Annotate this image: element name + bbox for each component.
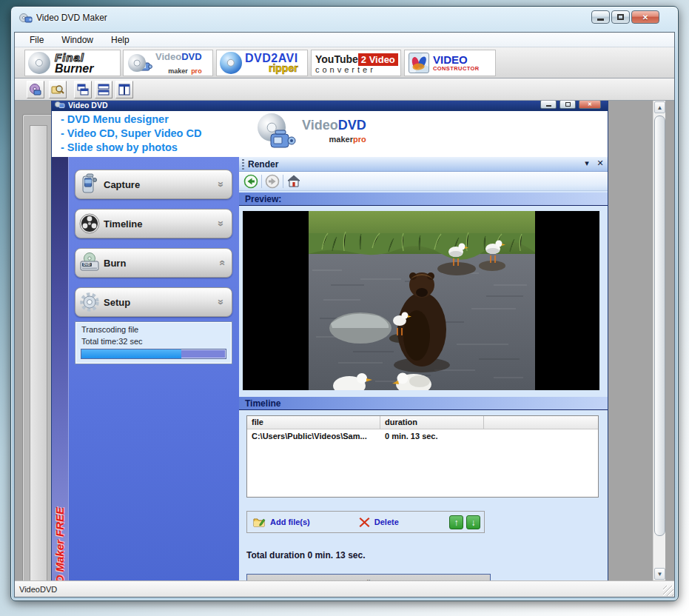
table-row[interactable]: C:\Users\Public\Videos\Sam... 0 min. 13 … bbox=[247, 429, 598, 443]
logo-pro-text: pro bbox=[353, 135, 366, 144]
render-action-button[interactable]: .. bbox=[246, 574, 491, 580]
videodvd-logo: VideoDVD makerpro bbox=[258, 113, 366, 153]
preview-section-header: Preview: bbox=[239, 192, 608, 206]
render-panel-title: Render bbox=[248, 159, 278, 170]
sidebar: Capture » Timeline » bbox=[69, 157, 239, 580]
close-button[interactable]: ✕ bbox=[631, 10, 659, 24]
status-bar: VideoDVD bbox=[15, 580, 674, 597]
panel-collapse-button[interactable]: ▾ bbox=[581, 158, 593, 168]
banner-dvd2avi[interactable]: DVD2AVI ripper bbox=[216, 50, 308, 76]
app-window: Video DVD Maker ✕ File Window Help Final… bbox=[10, 6, 679, 601]
total-duration-text: Total duration 0 min. 13 sec. bbox=[246, 550, 365, 560]
forward-button[interactable] bbox=[265, 174, 280, 189]
videodvd-dvd-text: DVD bbox=[181, 51, 201, 62]
move-up-button[interactable]: ↑ bbox=[449, 515, 463, 529]
youtube-subtitle: converter bbox=[315, 66, 398, 74]
chevron-up-icon: » bbox=[218, 257, 224, 269]
sidebar-item-capture[interactable]: Capture » bbox=[75, 170, 232, 199]
scrollbar-thumb[interactable] bbox=[654, 116, 665, 536]
menu-file[interactable]: File bbox=[24, 33, 50, 47]
home-button[interactable] bbox=[286, 174, 301, 189]
panel-grip-icon bbox=[242, 159, 244, 170]
child-minimize-button[interactable] bbox=[540, 101, 557, 109]
move-down-button[interactable]: ↓ bbox=[466, 515, 480, 529]
banner-video-constructor[interactable]: VIDEO CONSTRUCTOR bbox=[404, 50, 496, 76]
features-header: - DVD Menu designer - Video CD, Super Vi… bbox=[52, 111, 608, 157]
banner-youtube-converter[interactable]: YouTube2 Video converter bbox=[311, 50, 401, 76]
banner-videodvd-pro[interactable]: VideoDVD maker pro bbox=[123, 50, 213, 76]
panel-close-button[interactable]: ✕ bbox=[594, 158, 606, 168]
child-maximize-button[interactable] bbox=[559, 101, 576, 109]
child-app-icon bbox=[55, 101, 65, 109]
final-burner-line1: Final bbox=[55, 53, 93, 63]
cascade-windows-icon bbox=[76, 83, 90, 96]
child-title-bar[interactable]: Video DVD ✕ bbox=[52, 101, 608, 111]
menu-help[interactable]: Help bbox=[105, 33, 135, 47]
child-window-title: Video DVD bbox=[68, 101, 107, 110]
svg-text:DVD: DVD bbox=[84, 263, 91, 267]
timeline-label: Timeline bbox=[245, 398, 280, 409]
sidebar-item-label: Capture bbox=[104, 179, 218, 190]
add-folder-icon bbox=[253, 517, 266, 528]
sidebar-item-burn[interactable]: DVD Burn » bbox=[75, 248, 232, 278]
transcoding-progressbar bbox=[81, 349, 226, 359]
menu-window[interactable]: Window bbox=[56, 33, 99, 47]
render-content: Preview: bbox=[239, 191, 608, 580]
scroll-up-button[interactable]: ▲ bbox=[654, 101, 665, 113]
sidebar-item-setup[interactable]: Setup » bbox=[75, 287, 232, 317]
minimize-button[interactable] bbox=[591, 10, 610, 24]
timeline-reel-icon bbox=[75, 212, 104, 235]
menu-bar: File Window Help bbox=[15, 33, 674, 47]
feature-line: - Slide show by photos bbox=[61, 141, 201, 155]
tile-horizontal-button[interactable] bbox=[95, 81, 112, 98]
banner-final-burner[interactable]: Final Burner bbox=[24, 50, 121, 76]
scroll-down-button[interactable]: ▼ bbox=[654, 568, 665, 580]
search-icon bbox=[51, 83, 64, 96]
sidebar-item-label: Burn bbox=[104, 258, 218, 269]
final-burner-line2: Burner bbox=[55, 63, 93, 74]
feature-line: - DVD Menu designer bbox=[61, 113, 201, 127]
file-actions-bar: Add file(s) Delete ↑ ↓ bbox=[246, 511, 485, 533]
maximize-button[interactable] bbox=[611, 10, 630, 24]
chevron-down-icon: » bbox=[218, 178, 224, 190]
logo-camcorder-icon bbox=[269, 128, 298, 152]
sidebar-item-timeline[interactable]: Timeline » bbox=[75, 209, 232, 238]
back-button[interactable] bbox=[243, 174, 258, 189]
column-header-file[interactable]: file bbox=[247, 416, 380, 429]
free-banner-text: Video DVD Maker FREE bbox=[53, 507, 66, 580]
column-header-empty[interactable] bbox=[484, 416, 598, 429]
cd-disc-icon bbox=[128, 54, 146, 72]
constructor-logo-icon bbox=[409, 53, 429, 73]
cell-file: C:\Users\Public\Videos\Sam... bbox=[247, 429, 380, 443]
mdi-vertical-scrollbar[interactable]: ▲ ▼ bbox=[653, 101, 665, 580]
free-banner-strip[interactable]: Video DVD Maker FREE bbox=[52, 157, 69, 580]
render-nav-toolbar bbox=[239, 172, 608, 191]
render-panel: Render ▾ ✕ bbox=[239, 157, 608, 580]
videodvd-maker-text: maker bbox=[168, 67, 188, 75]
delete-button[interactable]: Delete bbox=[374, 518, 399, 526]
render-panel-titlebar[interactable]: Render ▾ ✕ bbox=[239, 157, 608, 172]
column-header-duration[interactable]: duration bbox=[380, 416, 484, 429]
project-disc-button[interactable] bbox=[27, 81, 44, 98]
cascade-windows-button[interactable] bbox=[74, 81, 92, 98]
bear-video-frame bbox=[309, 211, 535, 390]
timeline-section-header: Timeline bbox=[239, 397, 608, 410]
resize-grip[interactable] bbox=[663, 586, 673, 596]
title-bar[interactable]: Video DVD Maker ✕ bbox=[11, 7, 678, 32]
dvd2avi-subtitle: ripper bbox=[245, 64, 298, 73]
sidebar-item-label: Setup bbox=[104, 297, 218, 308]
child-close-button[interactable]: ✕ bbox=[579, 101, 601, 109]
toolbar-separator bbox=[261, 175, 262, 188]
mdi-area: Video DVD ✕ - DVD Menu designer - Video … bbox=[15, 101, 674, 580]
logo-maker-text: maker bbox=[329, 135, 353, 144]
tile-vertical-button[interactable] bbox=[115, 81, 133, 98]
youtube-badge: 2 Video bbox=[358, 53, 398, 66]
banner-toolbar: Final Burner VideoDVD maker pro bbox=[15, 47, 674, 78]
search-button[interactable] bbox=[49, 81, 67, 98]
tile-horizontal-icon bbox=[97, 83, 110, 96]
sidebar-item-label: Timeline bbox=[104, 218, 218, 230]
logo-video-text: Video bbox=[302, 118, 338, 133]
cd-disc-icon bbox=[28, 52, 50, 74]
progressbar-fill bbox=[81, 349, 181, 358]
add-files-button[interactable]: Add file(s) bbox=[270, 518, 310, 526]
